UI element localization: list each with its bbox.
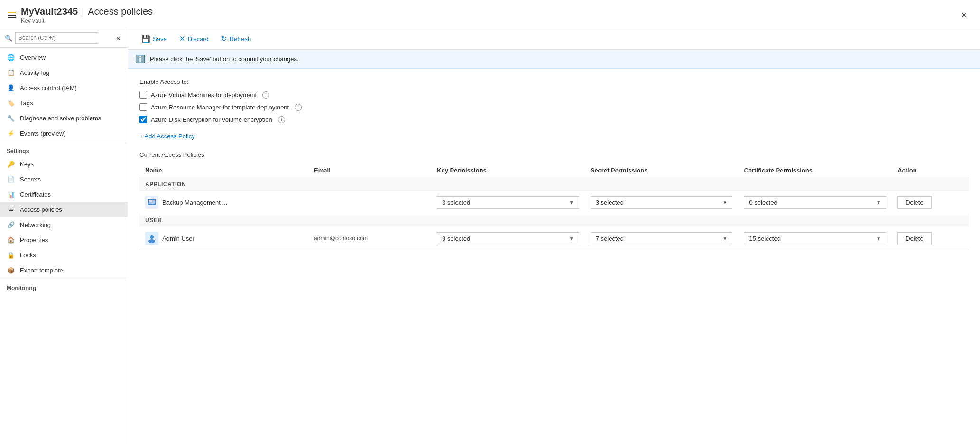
cell-secret-perm-admin: 7 selected ▼	[585, 227, 739, 250]
sidebar-item-diagnose[interactable]: 🔧 Diagnose and solve problems	[0, 110, 128, 126]
checkbox-vm-deploy[interactable]	[139, 91, 147, 99]
top-header: MyVault2345 | Access policies Key vault …	[0, 0, 980, 28]
enable-access-label: Enable Access to:	[139, 78, 969, 85]
sidebar-label-properties: Properties	[20, 236, 48, 244]
hamburger-icon[interactable]	[8, 12, 16, 18]
save-icon: 💾	[141, 35, 150, 43]
settings-section-label: Settings	[0, 143, 128, 156]
discard-button[interactable]: ✕ Discard	[174, 32, 214, 45]
info-icon-vm[interactable]: i	[262, 91, 269, 99]
delete-button-admin[interactable]: Delete	[897, 232, 932, 245]
col-key-permissions: Key Permissions	[431, 163, 585, 178]
properties-icon: 🏠	[7, 236, 15, 244]
checkbox-row-rm: Azure Resource Manager for template depl…	[139, 103, 969, 111]
group-label-application: APPLICATION	[139, 178, 969, 191]
add-access-policy-link[interactable]: + Add Access Policy	[139, 133, 195, 140]
certificates-icon: 📊	[7, 190, 15, 199]
close-button[interactable]: ✕	[956, 8, 972, 22]
cell-cert-perm-admin: 15 selected ▼	[738, 227, 892, 250]
save-button[interactable]: 💾 Save	[136, 32, 173, 45]
sidebar-item-access-policies[interactable]: ≡ Access policies	[0, 202, 128, 217]
sidebar-label-locks: Locks	[20, 252, 36, 259]
cert-perm-select-admin[interactable]: 15 selected ▼	[744, 232, 886, 245]
networking-icon: 🔗	[7, 220, 15, 229]
key-perm-select-backup[interactable]: 3 selected ▼	[437, 196, 579, 209]
table-row-backup: Backup Management ... 3 selected ▼	[139, 191, 969, 214]
info-banner-message: Please click the 'Save' button to commit…	[150, 55, 299, 63]
secrets-icon: 📄	[7, 175, 15, 183]
checkbox-disk-encrypt[interactable]	[139, 116, 147, 123]
sidebar-item-activity-log[interactable]: 📋 Activity log	[0, 65, 128, 80]
svg-point-3	[150, 235, 154, 239]
cell-action-admin: Delete	[892, 227, 969, 250]
header-left: MyVault2345 | Access policies Key vault	[8, 6, 153, 24]
col-email: Email	[308, 163, 431, 178]
access-control-icon: 👤	[7, 83, 15, 92]
svg-rect-2	[149, 200, 152, 202]
sidebar: 🔍 « 🌐 Overview 📋 Activity log 👤 Access c…	[0, 28, 128, 444]
sidebar-label-activity-log: Activity log	[20, 69, 49, 76]
search-icon: 🔍	[5, 35, 12, 42]
access-policies-icon: ≡	[7, 205, 15, 214]
info-banner-icon: ℹ️	[136, 54, 145, 63]
checkbox-rm-deploy[interactable]	[139, 103, 147, 111]
refresh-button[interactable]: ↻ Refresh	[215, 32, 257, 45]
overview-icon: 🌐	[7, 53, 15, 62]
refresh-icon: ↻	[221, 35, 227, 43]
cell-name-backup: Backup Management ...	[139, 191, 308, 214]
key-perm-select-admin[interactable]: 9 selected ▼	[437, 232, 579, 245]
events-icon: ⚡	[7, 129, 15, 137]
content-area: 💾 Save ✕ Discard ↻ Refresh ℹ️ Please cli…	[128, 28, 980, 444]
sidebar-label-overview: Overview	[20, 54, 46, 61]
checkbox-row-vm: Azure Virtual Machines for deployment i	[139, 91, 969, 99]
sidebar-label-tags: Tags	[20, 100, 33, 107]
delete-button-backup[interactable]: Delete	[897, 196, 932, 209]
group-row-user: USER	[139, 214, 969, 227]
sidebar-item-locks[interactable]: 🔒 Locks	[0, 247, 128, 263]
keys-icon: 🔑	[7, 160, 15, 168]
search-input[interactable]	[15, 32, 98, 44]
chevron-secret-admin: ▼	[723, 236, 728, 241]
sidebar-item-events[interactable]: ⚡ Events (preview)	[0, 126, 128, 141]
resource-name: MyVault2345	[21, 6, 78, 17]
sidebar-item-export-template[interactable]: 📦 Export template	[0, 263, 128, 278]
header-subtitle: Key vault	[21, 18, 153, 24]
sidebar-item-access-control[interactable]: 👤 Access control (IAM)	[0, 80, 128, 95]
info-icon-disk[interactable]: i	[278, 116, 285, 123]
discard-label: Discard	[188, 36, 209, 43]
collapse-button[interactable]: «	[113, 33, 123, 43]
sidebar-label-certificates: Certificates	[20, 191, 51, 198]
sidebar-item-networking[interactable]: 🔗 Networking	[0, 217, 128, 232]
checkbox-row-disk: Azure Disk Encryption for volume encrypt…	[139, 116, 969, 123]
secret-perm-select-backup[interactable]: 3 selected ▼	[591, 196, 733, 209]
table-title: Current Access Policies	[139, 151, 969, 158]
col-certificate-permissions: Certificate Permissions	[738, 163, 892, 178]
group-label-user: USER	[139, 214, 969, 227]
export-template-icon: 📦	[7, 266, 15, 274]
sidebar-item-tags[interactable]: 🏷️ Tags	[0, 95, 128, 110]
avatar-admin	[145, 232, 158, 245]
table-row-admin: Admin User admin@contoso.com 9 selected …	[139, 227, 969, 250]
cert-perm-value-admin: 15 selected	[749, 235, 781, 242]
cell-secret-perm-backup: 3 selected ▼	[585, 191, 739, 214]
sidebar-item-properties[interactable]: 🏠 Properties	[0, 232, 128, 247]
key-perm-value-backup: 3 selected	[442, 199, 470, 206]
cert-perm-select-backup[interactable]: 0 selected ▼	[744, 196, 886, 209]
sidebar-item-overview[interactable]: 🌐 Overview	[0, 50, 128, 65]
sidebar-label-secrets: Secrets	[20, 176, 41, 183]
info-banner: ℹ️ Please click the 'Save' button to com…	[128, 50, 980, 69]
sidebar-item-certificates[interactable]: 📊 Certificates	[0, 187, 128, 202]
table-section: Current Access Policies Name Email Key P…	[139, 151, 969, 250]
secret-perm-value-backup: 3 selected	[596, 199, 624, 206]
sidebar-label-events: Events (preview)	[20, 130, 66, 137]
secret-perm-select-admin[interactable]: 7 selected ▼	[591, 232, 733, 245]
sidebar-item-keys[interactable]: 🔑 Keys	[0, 156, 128, 172]
info-icon-rm[interactable]: i	[295, 104, 302, 111]
chevron-cert-backup: ▼	[876, 200, 881, 205]
sidebar-label-diagnose: Diagnose and solve problems	[20, 115, 101, 122]
save-label: Save	[153, 36, 167, 43]
chevron-cert-admin: ▼	[876, 236, 881, 241]
group-row-application: APPLICATION	[139, 178, 969, 191]
cell-cert-perm-backup: 0 selected ▼	[738, 191, 892, 214]
sidebar-item-secrets[interactable]: 📄 Secrets	[0, 172, 128, 187]
